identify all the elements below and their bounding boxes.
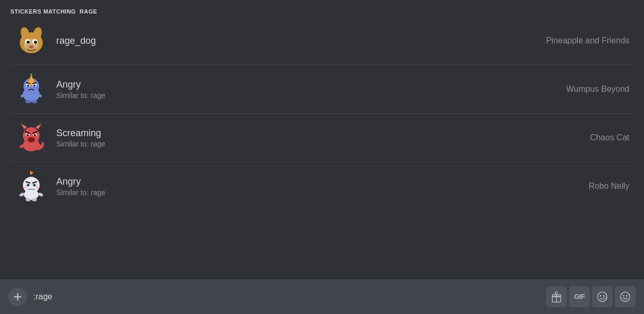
header-query: rage [80,8,97,15]
gif-label: GIF [574,293,585,300]
svg-point-22 [25,100,31,103]
svg-point-48 [23,186,27,189]
sticker-icon [597,291,608,303]
sticker-list: rage_dog Pineapple and Friends [10,19,634,208]
svg-point-17 [33,84,35,87]
svg-point-16 [27,84,29,87]
sticker-item[interactable]: rage_dog Pineapple and Friends [10,19,634,63]
emoji-icon [620,291,631,303]
sticker-thumb-rage-dog [15,24,48,57]
svg-point-63 [623,295,625,296]
section-header: STICKERS MATCHING rage [10,8,634,15]
svg-point-9 [29,45,34,49]
chat-input[interactable] [33,292,540,301]
similar-tag: rage [91,140,105,148]
sticker-name: Screaming [56,128,579,139]
sticker-thumb-screaming [15,121,48,154]
svg-point-13 [30,74,32,76]
svg-point-36 [28,137,35,142]
angry-wumpus-icon [16,74,47,105]
sticker-name: Angry [56,79,555,90]
svg-point-50 [19,192,25,197]
screaming-cat-icon [16,122,47,153]
sticker-button[interactable] [592,286,613,307]
sticker-info-angry-robo: Angry Similar to: rage [56,176,578,197]
sticker-info-angry-wumpus: Angry Similar to: rage [56,79,555,100]
sticker-pack-pineapple: Pineapple and Friends [536,36,629,45]
gif-button[interactable]: GIF [569,286,590,307]
svg-point-7 [27,41,30,44]
sticker-info-rage-dog: rage_dog [56,35,536,46]
svg-point-43 [27,184,29,186]
similar-tag: rage [91,91,105,100]
sticker-info-screaming: Screaming Similar to: rage [56,128,579,148]
sticker-item[interactable]: Angry Similar to: rage Wumpus Beyond [10,67,634,111]
similar-tag: rage [91,188,105,197]
svg-point-64 [626,295,628,296]
sticker-thumb-angry-robo [15,170,48,203]
svg-point-53 [32,198,37,201]
gift-icon [551,291,562,303]
svg-point-8 [34,41,37,44]
sticker-pack-wumpus: Wumpus Beyond [555,84,629,94]
svg-point-51 [38,192,44,197]
svg-point-32 [27,134,29,136]
svg-point-44 [33,184,35,186]
svg-point-23 [31,100,38,103]
divider [10,65,634,65]
input-bar: GIF [0,279,644,314]
sticker-name: Angry [56,176,578,187]
emoji-button[interactable] [615,286,636,307]
divider [10,113,634,114]
svg-point-60 [600,295,602,296]
sticker-thumb-angry-wumpus [15,73,48,106]
sticker-item[interactable]: Angry Similar to: rage Robo Nelly [10,164,634,208]
svg-point-52 [26,198,31,201]
sticker-similar: Similar to: rage [56,188,578,197]
sticker-panel: STICKERS MATCHING rage [0,0,644,279]
add-button[interactable] [8,287,27,306]
rage-dog-icon [16,25,47,56]
angry-robo-icon [16,171,47,202]
similar-prefix: Similar to: [56,91,91,100]
similar-prefix: Similar to: [56,188,91,197]
header-label: STICKERS MATCHING [10,8,76,15]
svg-point-40 [23,177,40,194]
sticker-pack-robo: Robo Nelly [578,182,629,191]
sticker-item[interactable]: Screaming Similar to: rage Chaos Cat [10,116,634,160]
toolbar-icons: GIF [546,286,636,307]
svg-point-33 [34,134,36,136]
sticker-similar: Similar to: rage [56,91,555,100]
sticker-similar: Similar to: rage [56,140,579,148]
sticker-name: rage_dog [56,35,536,46]
gift-button[interactable] [546,286,567,307]
similar-prefix: Similar to: [56,140,91,148]
sticker-pack-chaos: Chaos Cat [579,133,629,142]
svg-point-49 [35,186,40,189]
svg-point-62 [621,292,630,301]
divider [10,162,634,162]
plus-icon [14,293,22,301]
